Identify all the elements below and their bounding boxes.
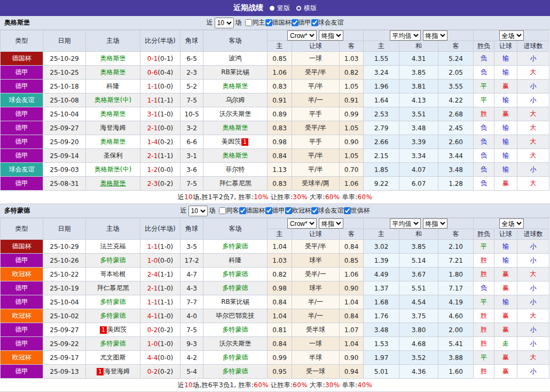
team-link[interactable]: 多特蒙德: [223, 326, 248, 333]
league-badge: 德甲: [1, 323, 43, 337]
match-row: 德甲25-09-131海登海姆0-2(0-2)5-4多特蒙德0.95受一球0.9…: [1, 365, 549, 379]
team-link[interactable]: 多特蒙德: [100, 340, 126, 347]
result-goals-value: 小: [530, 298, 537, 305]
team-link[interactable]: 圣保利: [104, 152, 123, 159]
league-filter-4[interactable]: 世俱杯: [344, 206, 370, 215]
league-filter-1[interactable]: 德甲: [265, 206, 285, 215]
team-link[interactable]: 奥格斯堡: [223, 152, 248, 159]
team-link[interactable]: RB莱比锡: [221, 68, 249, 76]
team-link[interactable]: 菲尔特: [226, 166, 245, 173]
scope-select[interactable]: 全场: [499, 218, 524, 229]
league-checkbox[interactable]: [285, 207, 292, 214]
result-goals-value: 小: [530, 326, 537, 333]
league-checkbox[interactable]: [265, 207, 272, 214]
bookmaker-select[interactable]: Crow*: [287, 30, 317, 41]
scope-select[interactable]: 全场: [499, 30, 524, 41]
team-link[interactable]: 奥格斯堡: [100, 68, 126, 76]
result-win-draw-loss: 负: [474, 163, 494, 177]
team-link[interactable]: 多特蒙德: [223, 367, 248, 375]
team-link[interactable]: 多特蒙德: [223, 354, 248, 361]
league-filter-2[interactable]: 球会友谊: [311, 18, 344, 27]
league-filter-1[interactable]: 德甲: [292, 18, 311, 27]
result-handicap: 输: [494, 254, 517, 268]
team-link[interactable]: 海登海姆: [104, 367, 130, 375]
team-link[interactable]: 毕尔巴鄂竞技: [216, 312, 255, 319]
team-link[interactable]: 波鸿: [229, 54, 242, 62]
match-date: 25-10-04: [43, 107, 86, 121]
team-link[interactable]: 奥格斯堡: [223, 124, 248, 131]
league-checkbox[interactable]: [344, 207, 351, 214]
avg-stage-select[interactable]: 终指: [423, 30, 447, 41]
team-link[interactable]: 奥格斯堡: [223, 82, 248, 90]
team-link[interactable]: 美因茨: [107, 326, 127, 333]
avg-draw: 3.51: [399, 107, 438, 121]
same-venue-checkbox[interactable]: [219, 207, 226, 214]
away-team: 奥格斯堡: [203, 149, 268, 163]
halftime-score: (1-1): [158, 97, 173, 104]
team-link[interactable]: 奥格斯堡: [100, 138, 126, 145]
odds-home: 1.03: [268, 254, 292, 268]
league-checkbox[interactable]: [311, 207, 318, 214]
col-home: 主场: [86, 218, 140, 240]
league-filter-2[interactable]: 欧冠杯: [285, 206, 311, 215]
team-link[interactable]: 多特蒙德: [100, 298, 126, 305]
odds-stage-select[interactable]: 终指: [319, 218, 343, 229]
team-link[interactable]: 法兰克福: [100, 242, 126, 250]
team-link[interactable]: 拜仁慕尼黑: [97, 284, 129, 292]
league-filters: 德国杯德甲欧冠杯球会友谊世俱杯: [239, 206, 370, 215]
layout-radio-vertical[interactable]: 竖版: [270, 4, 290, 13]
team-link[interactable]: 科隆: [229, 256, 242, 264]
team-link[interactable]: 美因茨: [222, 138, 241, 145]
league-checkbox[interactable]: [292, 19, 298, 26]
layout-radio-horizontal[interactable]: 横版: [296, 4, 317, 13]
league-filter-3[interactable]: 球会友谊: [311, 206, 344, 215]
odds-home: 0.84: [268, 337, 292, 351]
result-win-draw-loss-value: 负: [481, 68, 487, 76]
team-link[interactable]: 多特蒙德: [223, 270, 248, 278]
team-link[interactable]: 奥格斯堡(中): [95, 166, 131, 173]
team-link[interactable]: 海登海姆: [100, 124, 126, 131]
team-link[interactable]: 奥格斯堡: [100, 54, 126, 62]
league-filter-0[interactable]: 德国杯: [265, 18, 292, 27]
fulltime-score: 3-1: [147, 111, 158, 118]
avg-home: 1.68: [364, 295, 399, 309]
league-checkbox[interactable]: [265, 19, 272, 26]
result-handicap: 赢: [494, 365, 517, 379]
radio-dot-icon: [296, 6, 301, 11]
team-link[interactable]: 尤文图斯: [100, 354, 126, 361]
team-link[interactable]: 奥格斯堡(中): [95, 96, 131, 104]
avg-home: 1.39: [364, 254, 399, 268]
team-link[interactable]: 奥格斯堡: [100, 179, 126, 187]
league-checkbox[interactable]: [311, 19, 318, 26]
summary-stat-value: 30%: [293, 193, 308, 201]
match-date: 25-10-19: [43, 281, 86, 295]
team-link[interactable]: 沃尔夫斯堡: [219, 110, 252, 117]
team-link[interactable]: 多特蒙德: [100, 256, 126, 264]
odds-away: 1.05: [340, 121, 364, 135]
same-venue-checkbox[interactable]: [245, 19, 252, 26]
same-venue-filter[interactable]: 同客: [216, 206, 239, 215]
team-link[interactable]: 沃尔夫斯堡: [219, 340, 252, 347]
same-venue-filter[interactable]: 同主: [242, 18, 265, 27]
match-count-select[interactable]: 10: [215, 18, 234, 28]
odds-away: 0.90: [340, 135, 364, 149]
average-select[interactable]: 平均值: [390, 30, 421, 41]
team-link[interactable]: 多特蒙德: [100, 312, 126, 319]
team-link[interactable]: 多特蒙德: [223, 242, 248, 250]
team-link[interactable]: 拜仁慕尼黑: [219, 179, 252, 187]
match-count-select[interactable]: 10: [188, 206, 208, 216]
team-link[interactable]: 乌尔姆: [226, 96, 245, 104]
league-checkbox[interactable]: [239, 207, 246, 214]
team-link[interactable]: RB莱比锡: [221, 298, 249, 305]
team-link[interactable]: 多特蒙德: [223, 284, 248, 292]
team-link[interactable]: 奥格斯堡: [100, 110, 126, 117]
team-link[interactable]: 科隆: [107, 82, 120, 90]
average-select[interactable]: 平均值: [390, 218, 421, 229]
league-filter-0[interactable]: 德国杯: [239, 206, 265, 215]
team-link[interactable]: 哥本哈根: [100, 270, 126, 278]
result-handicap: 赢: [494, 323, 517, 337]
avg-stage-select[interactable]: 终指: [423, 218, 447, 229]
result-goals-value: 小: [530, 166, 537, 173]
bookmaker-select[interactable]: Crow*: [287, 218, 317, 229]
odds-stage-select[interactable]: 终指: [319, 30, 343, 41]
